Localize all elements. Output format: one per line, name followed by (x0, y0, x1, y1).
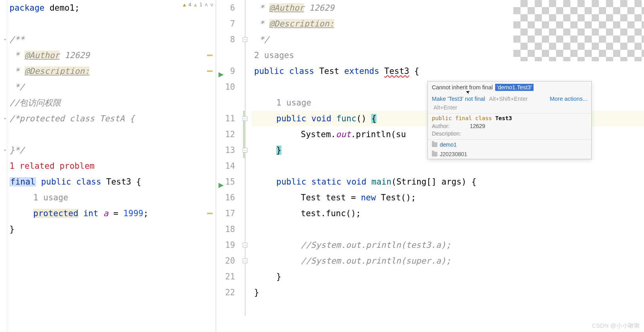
code-line[interactable]: }*/ (7, 142, 216, 158)
folder-icon (432, 142, 437, 147)
line-number: 20 (216, 253, 235, 269)
line-number: 8 (216, 32, 235, 47)
line-number: 16 (216, 190, 235, 206)
error-message-prefix: Cannot inherit from final (432, 84, 493, 91)
error-tooltip: Cannot inherit from final 'demo1.Test3' … (427, 81, 592, 159)
code-line[interactable] (7, 16, 216, 32)
line-number: 6 (216, 0, 235, 16)
code-line[interactable]: public class Test extends Test3 { (252, 63, 644, 79)
line-number: 7 (216, 16, 235, 32)
package-row[interactable]: demo1 (428, 140, 591, 149)
code-line[interactable]: /*protected class TestA { (7, 111, 216, 126)
line-number: 12 (216, 126, 235, 142)
code-line[interactable]: //System.out.println(super.a); (252, 253, 644, 269)
code-line[interactable]: //包访问权限 (7, 95, 216, 111)
left-editor-pane: ▲4 ▲1 ʌ v package demo1; /** * @Author 1… (0, 0, 216, 332)
line-number: 18 (216, 221, 235, 237)
fold-icon[interactable]: ▸ (4, 36, 9, 42)
doc-val-author: 12629 (470, 123, 485, 130)
collapse-icon[interactable]: – (243, 37, 247, 42)
doc-table: Author:12629 Description: (428, 123, 489, 140)
line-number: 13 (216, 142, 235, 158)
collapse-icon[interactable]: – (243, 258, 247, 263)
code-line[interactable]: } (7, 221, 216, 237)
more-actions[interactable]: More actions... (550, 96, 587, 102)
code-line[interactable] (7, 126, 216, 142)
code-line[interactable]: * @Author 12629 (7, 47, 216, 63)
transparency-checker (513, 0, 644, 61)
fold-icon[interactable]: ▸ (4, 115, 9, 121)
doc-key-desc: Description: (432, 130, 470, 138)
collapse-icon[interactable]: – (243, 116, 247, 121)
code-line[interactable]: public static void main(String[] args) { (252, 174, 644, 190)
line-number: 21 (216, 269, 235, 285)
usages-hint[interactable]: 1 usage (7, 190, 216, 206)
code-line[interactable]: */ (7, 79, 216, 95)
doc-key-author: Author: (432, 123, 470, 130)
shortcut-text: Alt+Shift+Enter (489, 96, 528, 102)
code-line[interactable]: final public class Test3 { (7, 174, 216, 190)
code-line[interactable]: Test test = new Test(); (252, 190, 644, 206)
error-ref-highlight: 'demo1.Test3' (495, 84, 534, 91)
code-line[interactable]: protected int a = 1999; (7, 206, 216, 221)
right-gutter: 6 7 8– 9▶ 10 11– 12 13– 14 15▶ 16 17 18 … (216, 0, 252, 332)
error-ref-test3[interactable]: Test3 (384, 66, 409, 76)
line-number: 17 (216, 206, 235, 221)
code-line[interactable] (252, 158, 644, 174)
line-number: 10 (216, 79, 235, 95)
collapse-icon[interactable]: – (243, 243, 247, 247)
code-line[interactable]: } (252, 269, 644, 285)
line-number: 11 (216, 111, 235, 126)
shortcut-text: Alt+Enter (433, 104, 457, 111)
code-line[interactable]: * @Description: (7, 63, 216, 79)
left-gutter (0, 0, 7, 332)
collapse-icon[interactable]: – (243, 148, 247, 153)
code-line[interactable] (252, 221, 644, 237)
code-line[interactable]: /** (7, 32, 216, 47)
related-problem[interactable]: 1 related problem (7, 158, 216, 174)
code-line[interactable]: //System.out.println(test3.a); (252, 237, 644, 253)
code-line[interactable]: package demo1; (7, 0, 216, 16)
watermark: CSDN @小小啾啾 (592, 322, 640, 330)
left-code[interactable]: ▲4 ▲1 ʌ v package demo1; /** * @Author 1… (7, 0, 216, 332)
code-line[interactable]: test.func(); (252, 206, 644, 221)
folder-icon (432, 152, 437, 157)
line-number: 19 (216, 237, 235, 253)
signature: public final class Test3 (428, 113, 591, 123)
line-number: 22 (216, 285, 235, 300)
fold-icon[interactable]: ▸ (4, 147, 9, 153)
line-number: 14 (216, 158, 235, 174)
code-line[interactable]: } (252, 285, 644, 300)
module-row[interactable]: J20230801 (428, 149, 591, 159)
quickfix-action[interactable]: Make 'Test3' not final (432, 96, 485, 102)
